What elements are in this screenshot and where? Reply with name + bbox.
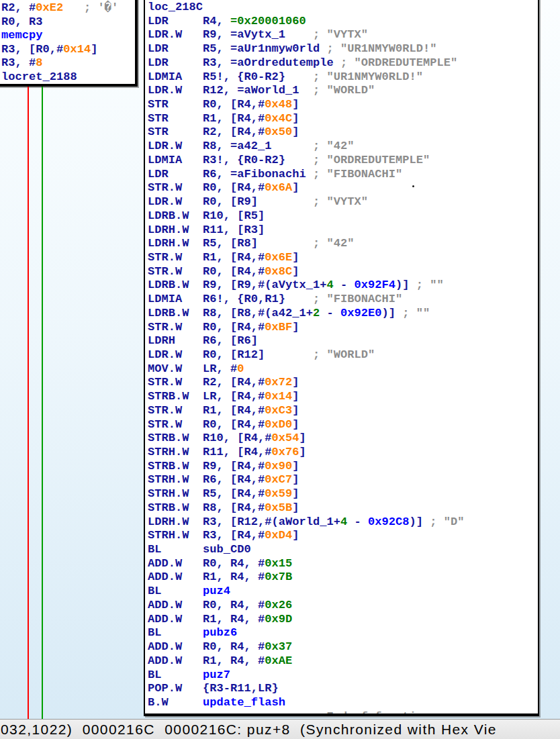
- asm-token-n: STR.W R1, [R4,#: [148, 404, 265, 417]
- asm-line[interactable]: STR.W R0, [R4,#0x8C]: [148, 265, 538, 279]
- asm-line[interactable]: STR R2, [R4,#0x50]: [148, 126, 538, 140]
- asm-line[interactable]: LDR.W R8, =a42_1 ; "42": [148, 140, 538, 154]
- asm-token-c: ; "VYTX": [285, 28, 368, 41]
- asm-line[interactable]: R2, #0xE2 ; '�': [1, 1, 135, 15]
- asm-token-n: STR R0, [R4,#: [148, 98, 265, 111]
- asm-token-c: '�': [98, 1, 119, 14]
- asm-token-n: -: [334, 279, 355, 291]
- asm-line[interactable]: STRH.W R11, [R4,#0x76]: [148, 446, 538, 460]
- asm-token-n: ]: [292, 251, 299, 264]
- asm-line[interactable]: STR.W R0, [R4,#0xBF]: [148, 321, 538, 335]
- asm-line[interactable]: POP.W {R3-R11,LR}: [148, 682, 538, 696]
- asm-line[interactable]: STRB.W R9, [R4,#0x90]: [148, 460, 538, 474]
- asm-line[interactable]: ADD.W R1, R4, #0xAE: [148, 654, 538, 669]
- ida-graph-view-screen: { "colors": { "navy": "#14149a", "orange…: [0, 0, 560, 739]
- asm-token-n: )]: [395, 279, 410, 291]
- asm-line[interactable]: STR.W R1, [R4,#0xC3]: [148, 404, 538, 418]
- asm-line[interactable]: LDR.W R0, [R12] ; "WORLD": [148, 348, 538, 362]
- asm-token-g: =0x20001060: [230, 15, 306, 28]
- asm-token-n: ]: [292, 390, 299, 403]
- asm-line[interactable]: STR R0, [R4,#0x48]: [148, 98, 538, 112]
- asm-token-n: ]: [299, 432, 306, 444]
- graph-node-loc-218C[interactable]: loc_218CLDR R4, =0x20001060LDR.W R9, =aV…: [144, 0, 539, 716]
- asm-line[interactable]: LDRH.W R5, [R8] ; "42": [148, 237, 538, 251]
- asm-token-o: 0x14: [63, 43, 91, 56]
- asm-line[interactable]: R3, [R0,#0x14]: [1, 43, 135, 57]
- screen-dot-artifact: [412, 185, 414, 187]
- asm-token-n: ADD.W R1, R4, #: [148, 654, 265, 667]
- asm-line[interactable]: STR.W R0, [R4,#0x6A]: [148, 181, 538, 195]
- asm-line[interactable]: STRB.W R10, [R4,#0x54]: [148, 432, 538, 446]
- asm-token-n: ]: [292, 265, 299, 278]
- asm-line[interactable]: LDRB.W R10, [R5]: [148, 209, 538, 224]
- asm-token-g: 0x37: [265, 640, 292, 653]
- asm-line[interactable]: LDMIA R3!, {R0-R2} ; "ORDREDUTEMPLE": [148, 154, 538, 168]
- asm-line[interactable]: R3, #8: [1, 56, 135, 70]
- asm-token-n: ADD.W R1, R4, #: [148, 571, 265, 583]
- asm-token-o: 0x4C: [265, 112, 292, 125]
- asm-token-o: 0xBF: [265, 321, 292, 334]
- asm-token-n: LDR R4,: [148, 15, 230, 28]
- asm-token-n: STRB.W LR, [R4,#: [148, 390, 265, 403]
- asm-line[interactable]: memcpy: [1, 29, 135, 43]
- asm-token-n: ADD.W R1, R4, #: [148, 613, 265, 626]
- asm-line[interactable]: LDR.W R9, =aVytx_1 ; "VYTX": [148, 28, 538, 42]
- asm-token-o: 0xD0: [265, 418, 292, 431]
- asm-line[interactable]: STRH.W R6, [R4,#0xC7]: [148, 473, 538, 487]
- asm-line[interactable]: R0, R3: [1, 15, 135, 30]
- asm-token-n: LDR R6, =aFibonachi: [148, 168, 306, 181]
- asm-line[interactable]: LDR.W R0, [R9] ; "VYTX": [148, 195, 538, 209]
- asm-token-n: R3, #: [1, 56, 36, 69]
- graph-node-left[interactable]: R2, #0xE2 ; '�'R0, R3memcpyR3, [R0,#0x14…: [0, 0, 138, 87]
- asm-line[interactable]: STRB.W LR, [R4,#0x14]: [148, 390, 538, 404]
- asm-line[interactable]: STR.W R1, [R4,#0x6E]: [148, 251, 538, 265]
- asm-line[interactable]: ADD.W R1, R4, #0x9D: [148, 613, 538, 627]
- asm-line[interactable]: LDRH.W R3, [R12,#(aWorld_1+4 - 0x92C8)] …: [148, 515, 538, 530]
- asm-line[interactable]: LDR R5, =aUr1nmyw0rld ; "UR1NMYW0RLD!": [148, 42, 538, 56]
- asm-line[interactable]: BL puz7: [148, 669, 538, 683]
- asm-line[interactable]: STRB.W R8, [R4,#0x5B]: [148, 501, 538, 515]
- asm-line[interactable]: ; End of function puz: [148, 710, 538, 716]
- asm-line[interactable]: LDR R6, =aFibonachi ; "FIBONACHI": [148, 168, 538, 182]
- asm-token-n: STRH.W R11, [R4,#: [148, 446, 272, 458]
- asm-line[interactable]: STRH.W R3, [R4,#0xD4]: [148, 529, 538, 543]
- asm-line[interactable]: LDRB.W R8, [R8,#(a42_1+2 - 0x92E0)] ; "": [148, 307, 538, 321]
- asm-token-g: 4: [327, 279, 334, 291]
- asm-line[interactable]: BL pubz6: [148, 626, 538, 640]
- asm-token-b: 0x92E0: [340, 307, 382, 319]
- asm-token-n: STR.W R0, [R4,#: [148, 265, 265, 278]
- asm-token-g: 0x9D: [265, 613, 292, 626]
- asm-line[interactable]: B.W update_flash: [148, 696, 538, 710]
- asm-line[interactable]: ADD.W R0, R4, #0x37: [148, 640, 538, 654]
- asm-line[interactable]: LDR.W R12, =aWorld_1 ; "WORLD": [148, 84, 538, 98]
- asm-line[interactable]: BL puz4: [148, 585, 538, 599]
- asm-line[interactable]: STRH.W R5, [R4,#0x59]: [148, 487, 538, 501]
- asm-token-n: ]: [299, 446, 306, 458]
- asm-line[interactable]: LDMIA R6!, {R0,R1} ; "FIBONACHI": [148, 293, 538, 307]
- asm-line[interactable]: LDMIA R5!, {R0-R2} ; "UR1NMYW0RLD!": [148, 70, 538, 85]
- asm-line[interactable]: STR.W R0, [R4,#0xD0]: [148, 418, 538, 432]
- asm-token-n: STR R2, [R4,#: [148, 126, 265, 138]
- asm-line[interactable]: LDRB.W R9, [R9,#(aVytx_1+4 - 0x92F4)] ; …: [148, 279, 538, 293]
- asm-line[interactable]: ADD.W R1, R4, #0x7B: [148, 571, 538, 585]
- asm-token-n: ]: [292, 98, 299, 111]
- asm-line[interactable]: MOV.W LR, #0: [148, 362, 538, 377]
- asm-token-c: ; "D": [423, 515, 465, 528]
- asm-token-o: 0x8C: [265, 265, 292, 278]
- asm-token-n: LDR.W R0, [R12]: [148, 348, 265, 361]
- asm-line[interactable]: LDR R4, =0x20001060: [148, 15, 538, 29]
- asm-line[interactable]: BL sub_CD0: [148, 543, 538, 557]
- asm-line[interactable]: LDRH.W R11, [R3]: [148, 224, 538, 238]
- asm-token-n: LDMIA R3!, {R0-R2}: [148, 154, 285, 166]
- asm-token-n: STR.W R0, [R4,#: [148, 181, 265, 194]
- asm-line[interactable]: ADD.W R0, R4, #0x15: [148, 557, 538, 571]
- asm-token-b: pubz6: [203, 626, 237, 639]
- asm-line[interactable]: STR R1, [R4,#0x4C]: [148, 112, 538, 126]
- asm-line[interactable]: LDRH R6, [R6]: [148, 334, 538, 348]
- asm-line[interactable]: ADD.W R0, R4, #0x26: [148, 599, 538, 613]
- asm-line[interactable]: STR.W R2, [R4,#0x72]: [148, 376, 538, 390]
- asm-line[interactable]: locret_2188: [1, 70, 135, 85]
- asm-line[interactable]: loc_218C: [148, 1, 538, 15]
- asm-token-n: LDRH R6, [R6]: [148, 334, 258, 347]
- asm-line[interactable]: LDR R3, =aOrdredutemple ; "ORDREDUTEMPLE…: [148, 56, 538, 70]
